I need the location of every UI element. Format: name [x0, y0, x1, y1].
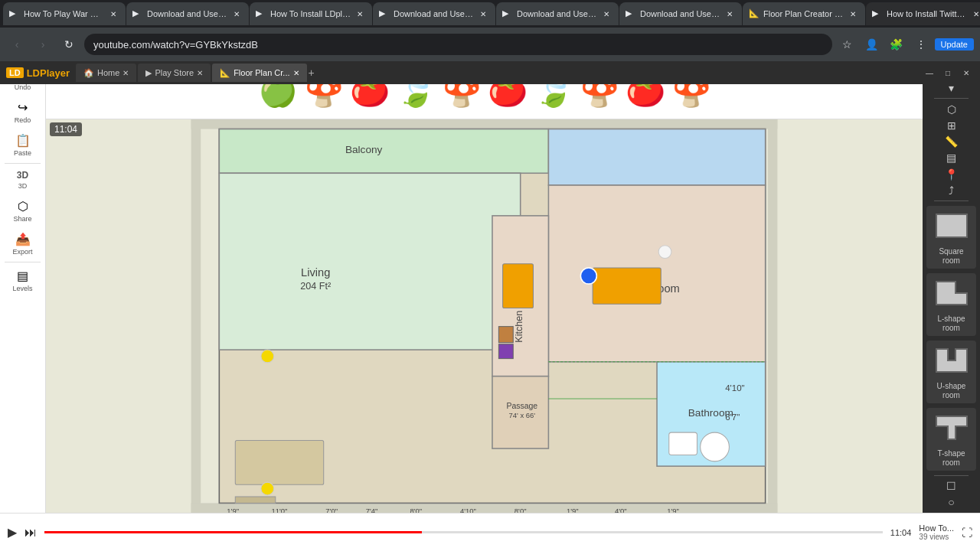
video-progress-bar[interactable]	[44, 531, 883, 533]
svg-text:4'10": 4'10"	[725, 383, 745, 393]
tool-share[interactable]: ⬡ Share	[3, 196, 43, 226]
svg-text:Passage: Passage	[506, 402, 537, 410]
tool-divider-2	[5, 262, 41, 262]
tab-bar: ▶ How To Play War Robots ... ✕ ▶ Downloa…	[0, 0, 980, 28]
video-time-display: 11:04	[890, 528, 912, 537]
profile-icon[interactable]: 👤	[861, 34, 883, 55]
tab-6-favicon: ▶	[626, 8, 636, 19]
svg-point-37	[580, 268, 596, 284]
tab-5[interactable]: ▶ Download and Use LDPl... ✕	[496, 2, 619, 25]
video-progress-fill	[44, 531, 422, 533]
svg-text:4'0": 4'0"	[615, 507, 627, 513]
tool-levels[interactable]: ▤ Levels	[3, 266, 43, 295]
tab-6[interactable]: ▶ Download and Use LDPl... ✕	[619, 2, 742, 25]
home-tab-close[interactable]: ✕	[122, 69, 129, 77]
playstore-tab-label: Play Store	[155, 68, 194, 77]
shape-card-ushape[interactable]: U-shape room	[926, 341, 976, 403]
tab-3-favicon: ▶	[256, 8, 266, 19]
ldplayer-topbar: LD LDPlayer 🏠 Home ✕ ▶ Play Store ✕ 📐 Fl…	[0, 61, 980, 84]
svg-text:1'9": 1'9"	[567, 507, 579, 513]
svg-rect-3	[768, 119, 778, 513]
ldplayer-logo: LD LDPlayer	[6, 67, 70, 79]
location-icon-btn[interactable]: 📍	[939, 167, 964, 181]
rs-divider-2	[934, 201, 969, 201]
tab-4-close[interactable]: ✕	[477, 8, 489, 20]
svg-text:Living: Living	[301, 266, 330, 279]
ldplayer-tab-floorplan[interactable]: 📐 Floor Plan Cr... ✕	[212, 64, 306, 82]
update-button[interactable]: Update	[935, 38, 974, 51]
tab-2[interactable]: ▶ Download and Use LDPl... ✕	[126, 2, 249, 25]
tool-redo[interactable]: ↪ Redo	[3, 97, 43, 127]
svg-text:4'10": 4'10"	[460, 507, 476, 513]
tool-paste[interactable]: 📋 Paste	[3, 130, 43, 160]
svg-text:11'0": 11'0"	[272, 507, 288, 513]
tab-3-close[interactable]: ✕	[354, 8, 366, 20]
fullscreen-button[interactable]: ⛶	[962, 527, 972, 539]
ushape-room-label: U-shape room	[929, 382, 973, 400]
export2-icon-btn[interactable]: ⤴	[939, 183, 964, 197]
tab-7[interactable]: 📐 Floor Plan Creator - Apps... ✕	[743, 2, 865, 25]
svg-text:Balcony: Balcony	[345, 144, 383, 155]
ldplayer-tab-playstore[interactable]: ▶ Play Store ✕	[138, 64, 211, 82]
svg-rect-1	[191, 119, 778, 129]
svg-rect-39	[498, 344, 513, 359]
tab-5-title: Download and Use LDPl...	[517, 9, 597, 18]
svg-rect-34	[235, 497, 275, 503]
extensions-icon[interactable]: 🧩	[886, 34, 907, 55]
square-room-label: Square room	[929, 247, 973, 266]
3dview-icon-btn[interactable]: ⬡	[939, 102, 964, 116]
tab-7-close[interactable]: ✕	[847, 8, 859, 20]
tool-export[interactable]: 📤 Export	[3, 229, 43, 259]
ushape-room-icon	[933, 345, 971, 376]
bookmark-icon[interactable]: ☆	[837, 34, 858, 55]
minimize-button[interactable]: —	[922, 67, 937, 79]
settings-icon[interactable]: ⋮	[910, 34, 932, 55]
export-label: Export	[12, 248, 32, 256]
video-controls-bar: ▶ ⏭ 11:04 How To... 39 views ⛶	[0, 513, 980, 551]
svg-text:204 Ft²: 204 Ft²	[300, 281, 331, 292]
play-button[interactable]: ▶	[8, 525, 17, 540]
tab-5-close[interactable]: ✕	[600, 8, 612, 20]
floorplan-tab-close[interactable]: ✕	[293, 69, 299, 77]
video-title: How To...	[919, 523, 954, 533]
layers-icon-btn[interactable]: ▤	[939, 151, 964, 165]
svg-text:7'0": 7'0"	[325, 507, 338, 513]
skip-button[interactable]: ⏭	[24, 526, 37, 540]
tab-1-close[interactable]: ✕	[107, 8, 119, 20]
redo-icon: ↪	[18, 100, 28, 115]
grid-icon-btn[interactable]: ⊞	[939, 118, 964, 132]
circle-icon-btn[interactable]: ○	[939, 495, 964, 510]
svg-text:8'0": 8'0"	[514, 507, 527, 513]
playstore-tab-close[interactable]: ✕	[197, 69, 203, 77]
tab-1[interactable]: ▶ How To Play War Robots ... ✕	[3, 2, 126, 25]
tab-8[interactable]: ▶ How to Install Twitter on ... ✕	[866, 2, 980, 25]
maximize-button[interactable]: □	[940, 67, 956, 79]
tab-4[interactable]: ▶ Download and Use LDPl... ✕	[373, 2, 495, 25]
tool-3d[interactable]: 3D 3D	[3, 167, 43, 193]
shape-card-tshape[interactable]: T-shape room	[926, 408, 976, 471]
close-window-button[interactable]: ✕	[959, 67, 974, 79]
ruler-icon-btn[interactable]: 📏	[939, 134, 964, 148]
forward-button[interactable]: ›	[32, 34, 54, 55]
rs-divider-3	[934, 475, 969, 476]
shape-card-lshape[interactable]: L-shape room	[926, 273, 976, 336]
share-label: Share	[13, 215, 31, 223]
main-area: LD LDPlayer 🏠 Home ✕ ▶ Play Store ✕ 📐 Fl…	[0, 61, 980, 551]
checkbox-icon-btn[interactable]: ☐	[939, 479, 964, 494]
ldplayer-tab-home[interactable]: 🏠 Home ✕	[76, 64, 136, 82]
reload-button[interactable]: ↻	[58, 34, 80, 55]
address-input[interactable]	[84, 34, 832, 55]
svg-rect-10	[219, 173, 520, 350]
floor-plan-canvas[interactable]: Balcony 42.6 Ft² Living 204 Ft² Bedroom	[46, 119, 923, 513]
add-tab-button[interactable]: +	[309, 67, 315, 79]
tab-3-title: How To Install LDplayer C...	[270, 9, 351, 18]
svg-point-38	[658, 246, 671, 259]
tab-8-close[interactable]: ✕	[970, 8, 980, 20]
tab-7-title: Floor Plan Creator - Apps...	[763, 9, 844, 18]
back-button[interactable]: ‹	[6, 34, 28, 55]
tab-6-close[interactable]: ✕	[724, 8, 736, 20]
floor-plan-area: 🍏 🍄 🍅 🍃 🍄 🍅 🍃 🍄 🍅 🍄	[46, 61, 923, 513]
tab-3[interactable]: ▶ How To Install LDplayer C... ✕	[250, 2, 372, 25]
shape-card-square[interactable]: Square room	[926, 206, 976, 269]
tab-2-close[interactable]: ✕	[230, 8, 243, 20]
